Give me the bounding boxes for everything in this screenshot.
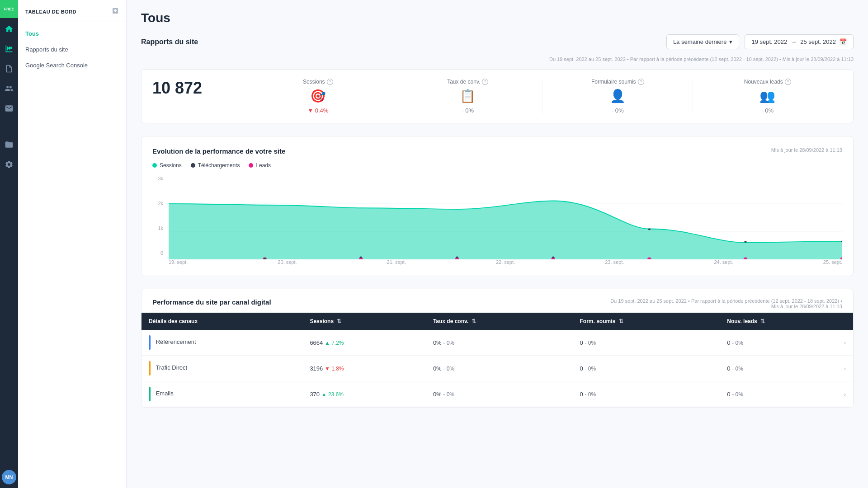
cell-sessions: 3196 ▼ 1.8% — [302, 356, 426, 381]
row-expand-icon[interactable]: › — [844, 365, 846, 372]
form-count: 0 — [580, 339, 583, 346]
stat-leads: Nouveaux leads ? 👥 - 0% — [693, 79, 843, 114]
row-expand-icon[interactable]: › — [844, 391, 846, 398]
sidebar-item-gsc[interactable]: Google Search Console — [18, 57, 126, 73]
icon-bar: FREE MN — [0, 0, 18, 488]
performance-chart — [169, 176, 842, 259]
nav-analytics[interactable] — [0, 40, 18, 58]
x-label-23: 23. sept. — [605, 259, 624, 265]
y-label-0: 0 — [152, 250, 163, 256]
chart-update: Mis à jour le 28/09/2022 à 11:13 — [771, 147, 842, 153]
y-label-2k: 2k — [152, 201, 163, 206]
table-section: Performance du site par canal digital Du… — [141, 289, 854, 408]
download-dot-1 — [264, 258, 266, 259]
leads-info-icon[interactable]: ? — [785, 79, 791, 85]
sidebar-item-rapports[interactable]: Rapports du site — [18, 42, 126, 57]
sidebar-item-tous[interactable]: Tous — [18, 26, 126, 42]
table-row[interactable]: Référencement 6664 ▲ 7.2% 0% - 0% 0 - 0%… — [142, 330, 853, 356]
user-avatar[interactable]: MN — [2, 470, 16, 484]
form-delta: - 0% — [585, 391, 596, 398]
chart-area-fill — [169, 201, 842, 260]
legend-label-telechargements: Téléchargements — [198, 162, 240, 169]
cell-form: 0 - 0% — [573, 356, 720, 381]
chart-title: Evolution de la performance de votre sit… — [152, 147, 285, 155]
date-controls: La semaine dernière ▾ 19 sept. 2022 → 25… — [666, 34, 854, 49]
table-row[interactable]: Trafic Direct 3196 ▼ 1.8% 0% - 0% 0 - 0%… — [142, 356, 853, 381]
col-leads[interactable]: Nouv. leads ⇅ — [720, 313, 853, 330]
form-delta: - 0% — [585, 340, 596, 346]
col-sessions[interactable]: Sessions ⇅ — [302, 313, 426, 330]
sidebar-header: TABLEAU DE BORD — [18, 0, 126, 22]
table-meta: Du 19 sept. 2022 au 25 sept. 2022 • Par … — [610, 298, 842, 309]
form-icon: 👤 — [610, 89, 626, 103]
sessions-label: Sessions ? — [303, 79, 333, 85]
cell-form: 0 - 0% — [573, 381, 720, 407]
nav-mail[interactable] — [0, 99, 18, 117]
cell-channel-name: Emails — [142, 381, 302, 407]
legend-dot-telechargements — [191, 163, 195, 168]
sidebar-expand-icon[interactable] — [112, 7, 119, 16]
legend-leads: Leads — [249, 162, 271, 169]
date-end: 25 sept. 2022 — [800, 38, 836, 45]
form-value: - 0% — [612, 107, 624, 114]
channel-color-indicator — [149, 361, 151, 375]
date-dropdown[interactable]: La semaine dernière ▾ — [666, 34, 740, 49]
x-label-19: 19. sept. — [169, 259, 188, 265]
x-label-24: 24. sept. — [714, 259, 733, 265]
channels-table: Détails des canaux Sessions ⇅ Taux de co… — [142, 313, 853, 407]
calendar-icon[interactable]: 📅 — [840, 38, 847, 45]
table-row[interactable]: Emails 370 ▲ 23.6% 0% - 0% 0 - 0% 0 - 0%… — [142, 381, 853, 407]
nav-home[interactable] — [0, 20, 18, 38]
stat-form: Formulaire soumis ? 👤 - 0% — [542, 79, 693, 114]
form-delta: - 0% — [585, 366, 596, 372]
legend-label-sessions: Sessions — [160, 162, 182, 169]
nav-settings[interactable] — [0, 155, 18, 174]
sessions-delta: ▲ 7.2% — [325, 340, 344, 346]
legend-sessions: Sessions — [152, 162, 182, 169]
nav-reports[interactable] — [0, 60, 18, 78]
form-info-icon[interactable]: ? — [638, 79, 644, 85]
stat-sessions: Sessions ? 🎯 ▼ 0.4% — [243, 79, 393, 114]
stat-sessions-main: 10 872 — [152, 79, 243, 98]
x-label-25: 25. sept. — [823, 259, 842, 265]
leads-value: - 0% — [761, 107, 774, 114]
x-axis-labels: 19. sept. 20. sept. 21. sept. 22. sept. … — [169, 259, 842, 265]
col-form[interactable]: Form. soumis ⇅ — [573, 313, 720, 330]
x-label-22: 22. sept. — [496, 259, 515, 265]
chart-area: 19. sept. 20. sept. 21. sept. 22. sept. … — [169, 176, 842, 265]
sidebar-nav: Tous Rapports du site Google Search Cons… — [18, 22, 126, 77]
sort-sessions-icon: ⇅ — [337, 318, 341, 324]
nav-users[interactable] — [0, 80, 18, 98]
page-title: Tous — [141, 11, 854, 25]
sort-conv-icon: ⇅ — [472, 318, 476, 324]
sessions-change: ▼ 0.4% — [307, 107, 328, 114]
channel-color-indicator — [149, 335, 151, 350]
leads-count: 0 — [727, 339, 730, 346]
nav-folder[interactable] — [0, 136, 18, 154]
sessions-value: 10 872 — [152, 79, 243, 98]
col-channels[interactable]: Détails des canaux — [142, 313, 302, 330]
sessions-info-icon[interactable]: ? — [327, 79, 333, 85]
form-count: 0 — [580, 391, 583, 398]
conv-value: - 0% — [462, 107, 474, 114]
conv-delta: - 0% — [443, 391, 454, 398]
sidebar-title: TABLEAU DE BORD — [25, 9, 76, 14]
avatar-container: MN — [2, 470, 16, 484]
leads-delta: - 0% — [732, 391, 743, 398]
sessions-delta: ▼ 1.8% — [325, 366, 344, 372]
leads-count: 0 — [727, 391, 730, 398]
cell-conv: 0% - 0% — [426, 356, 573, 381]
cell-channel-name: Référencement — [142, 330, 302, 356]
channel-label: Emails — [156, 390, 174, 397]
conv-label: Taux de conv. ? — [447, 79, 488, 85]
legend-label-leads: Leads — [256, 162, 271, 169]
download-dot-3 — [456, 257, 458, 258]
leads-delta: - 0% — [732, 366, 743, 372]
conv-delta: - 0% — [443, 340, 454, 346]
row-expand-icon[interactable]: › — [844, 339, 846, 346]
cell-conv: 0% - 0% — [426, 330, 573, 356]
col-conv[interactable]: Taux de conv. ⇅ — [426, 313, 573, 330]
chart-header: Evolution de la performance de votre sit… — [152, 147, 842, 155]
conv-info-icon[interactable]: ? — [482, 79, 488, 85]
leads-label: Nouveaux leads ? — [744, 79, 791, 85]
